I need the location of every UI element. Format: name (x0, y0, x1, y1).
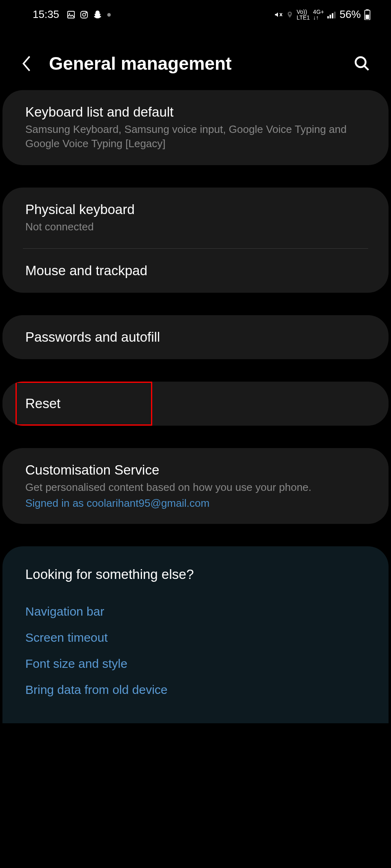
svg-point-12 (355, 57, 366, 67)
item-title: Keyboard list and default (25, 104, 366, 120)
svg-rect-7 (332, 13, 333, 18)
item-account-link: Signed in as coolarihant95@gmail.com (25, 497, 366, 510)
item-customisation[interactable]: Customisation Service Get personalised c… (2, 448, 389, 524)
footer-link-screen-timeout[interactable]: Screen timeout (25, 625, 366, 651)
battery-icon (364, 9, 371, 20)
svg-rect-8 (334, 11, 335, 18)
header: General management (0, 29, 391, 90)
item-subtitle: Not connected (25, 220, 366, 234)
footer-link-navigation-bar[interactable]: Navigation bar (25, 599, 366, 625)
svg-rect-0 (68, 11, 75, 18)
page-title: General management (49, 53, 337, 74)
instagram-icon (80, 10, 89, 19)
dot-icon: ● (107, 10, 111, 19)
card-footer: Looking for something else? Navigation b… (2, 546, 389, 723)
status-bar: 15:35 ● Vo))LTE1 4G+↓↑ 56% (0, 0, 391, 29)
svg-rect-6 (329, 15, 331, 18)
image-icon (67, 10, 76, 19)
status-time: 15:35 (33, 8, 59, 21)
search-icon[interactable] (353, 55, 371, 72)
item-title: Physical keyboard (25, 202, 366, 217)
mute-icon (274, 10, 283, 19)
footer-link-font-size[interactable]: Font size and style (25, 651, 366, 677)
signal-icon (327, 11, 336, 19)
item-keyboard-list[interactable]: Keyboard list and default Samsung Keyboa… (2, 90, 389, 165)
volte-icon: Vo))LTE1 (297, 9, 310, 20)
svg-point-3 (82, 13, 85, 16)
item-passwords-autofill[interactable]: Passwords and autofill (2, 315, 389, 359)
item-physical-keyboard[interactable]: Physical keyboard Not connected (2, 188, 389, 248)
battery-percent: 56% (340, 8, 361, 21)
status-left: 15:35 ● (33, 8, 111, 21)
item-subtitle: Get personalised content based on how yo… (25, 480, 366, 495)
content: Keyboard list and default Samsung Keyboa… (0, 90, 391, 723)
svg-point-1 (69, 13, 70, 14)
svg-rect-5 (327, 16, 329, 18)
back-icon[interactable] (20, 55, 33, 72)
footer-link-bring-data[interactable]: Bring data from old device (25, 677, 366, 703)
item-title: Reset (25, 396, 366, 411)
location-icon (286, 11, 293, 19)
card-customisation: Customisation Service Get personalised c… (2, 448, 389, 524)
item-reset[interactable]: Reset (2, 382, 389, 426)
status-right: Vo))LTE1 4G+↓↑ 56% (274, 8, 371, 21)
item-title: Mouse and trackpad (25, 263, 366, 278)
item-title: Passwords and autofill (25, 329, 366, 345)
card-keyboard: Keyboard list and default Samsung Keyboa… (2, 90, 389, 165)
card-input: Physical keyboard Not connected Mouse an… (2, 188, 389, 293)
svg-rect-11 (366, 15, 369, 19)
item-mouse-trackpad[interactable]: Mouse and trackpad (2, 249, 389, 293)
card-passwords: Passwords and autofill (2, 315, 389, 359)
snapchat-icon (93, 10, 102, 20)
card-reset: Reset (2, 382, 389, 426)
footer-title: Looking for something else? (25, 567, 366, 582)
item-title: Customisation Service (25, 462, 366, 478)
4g-icon: 4G+↓↑ (313, 9, 324, 20)
item-subtitle: Samsung Keyboard, Samsung voice input, G… (25, 122, 366, 151)
svg-point-4 (86, 12, 87, 13)
